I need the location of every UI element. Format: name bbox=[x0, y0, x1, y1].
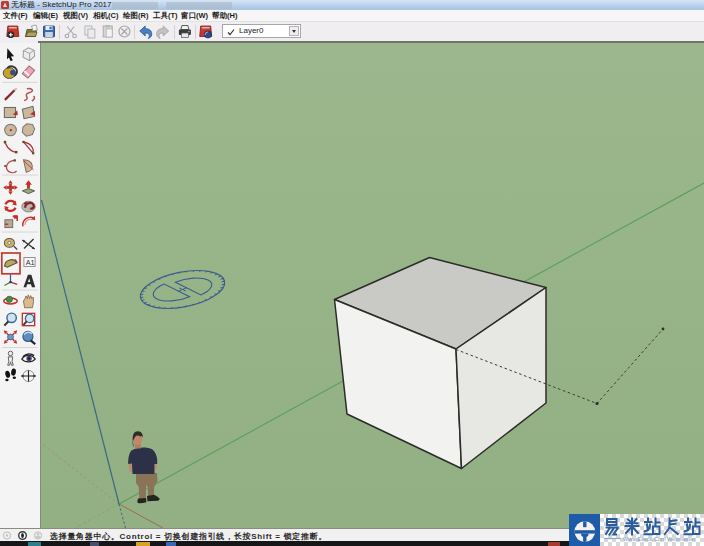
svg-text:A1: A1 bbox=[26, 258, 35, 267]
svg-text:Www.Easck.Com Webmaster: Www.Easck.Com Webmaster bbox=[623, 536, 695, 542]
